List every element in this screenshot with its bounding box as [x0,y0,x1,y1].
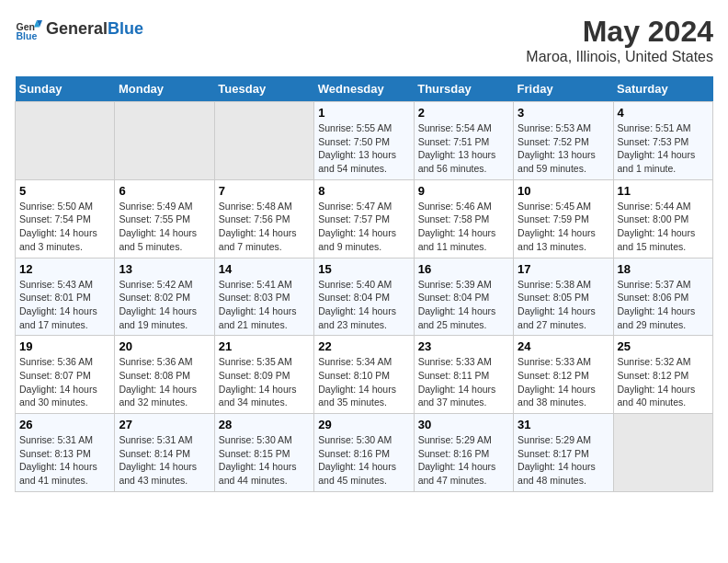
calendar-cell: 23Sunrise: 5:33 AMSunset: 8:11 PMDayligh… [414,336,513,414]
calendar-cell: 22Sunrise: 5:34 AMSunset: 8:10 PMDayligh… [314,336,414,414]
calendar-body: 1Sunrise: 5:55 AMSunset: 7:50 PMDaylight… [16,102,713,492]
day-info: Sunrise: 5:49 AMSunset: 7:55 PMDaylight:… [119,200,210,254]
day-info: Sunrise: 5:36 AMSunset: 8:08 PMDaylight:… [119,355,210,409]
day-info: Sunrise: 5:29 AMSunset: 8:16 PMDaylight:… [418,433,509,488]
day-info: Sunrise: 5:39 AMSunset: 8:04 PMDaylight:… [418,278,509,332]
day-info: Sunrise: 5:34 AMSunset: 8:10 PMDaylight:… [318,355,409,409]
day-header-thursday: Thursday [414,76,513,102]
day-info: Sunrise: 5:41 AMSunset: 8:03 PMDaylight:… [219,278,310,332]
day-info: Sunrise: 5:55 AMSunset: 7:50 PMDaylight:… [318,121,409,176]
day-info: Sunrise: 5:31 AMSunset: 8:14 PMDaylight:… [119,433,210,488]
day-info: Sunrise: 5:32 AMSunset: 8:12 PMDaylight:… [618,355,709,409]
calendar-cell: 2Sunrise: 5:54 AMSunset: 7:51 PMDaylight… [414,102,513,180]
day-info: Sunrise: 5:44 AMSunset: 8:00 PMDaylight:… [618,200,709,254]
header-row: SundayMondayTuesdayWednesdayThursdayFrid… [16,76,713,102]
day-number: 15 [318,262,409,276]
day-number: 4 [618,106,709,120]
day-info: Sunrise: 5:51 AMSunset: 7:53 PMDaylight:… [618,121,709,176]
calendar-cell: 21Sunrise: 5:35 AMSunset: 8:09 PMDayligh… [214,336,313,414]
calendar-cell: 13Sunrise: 5:42 AMSunset: 8:02 PMDayligh… [115,258,214,336]
logo: Gen Blue GeneralBlue [15,15,143,42]
day-number: 25 [618,339,709,353]
day-info: Sunrise: 5:33 AMSunset: 8:12 PMDaylight:… [518,355,609,409]
day-number: 11 [618,184,709,198]
week-row-5: 26Sunrise: 5:31 AMSunset: 8:13 PMDayligh… [16,414,713,492]
day-info: Sunrise: 5:35 AMSunset: 8:09 PMDaylight:… [219,355,310,409]
day-info: Sunrise: 5:48 AMSunset: 7:56 PMDaylight:… [219,200,310,254]
calendar-cell: 25Sunrise: 5:32 AMSunset: 8:12 PMDayligh… [613,336,712,414]
calendar-cell: 27Sunrise: 5:31 AMSunset: 8:14 PMDayligh… [115,414,214,492]
day-info: Sunrise: 5:53 AMSunset: 7:52 PMDaylight:… [518,121,609,176]
calendar-cell: 6Sunrise: 5:49 AMSunset: 7:55 PMDaylight… [115,179,214,258]
day-header-monday: Monday [115,76,214,102]
day-number: 20 [119,339,210,353]
day-number: 29 [318,418,409,431]
day-number: 30 [418,418,509,431]
day-info: Sunrise: 5:30 AMSunset: 8:16 PMDaylight:… [318,433,409,488]
calendar-cell: 20Sunrise: 5:36 AMSunset: 8:08 PMDayligh… [115,336,214,414]
day-number: 1 [318,106,409,120]
calendar-cell: 19Sunrise: 5:36 AMSunset: 8:07 PMDayligh… [16,336,115,414]
calendar-cell: 28Sunrise: 5:30 AMSunset: 8:15 PMDayligh… [214,414,313,492]
calendar-cell [16,102,115,180]
day-info: Sunrise: 5:47 AMSunset: 7:57 PMDaylight:… [318,200,409,254]
day-number: 22 [318,339,409,353]
day-info: Sunrise: 5:36 AMSunset: 8:07 PMDaylight:… [19,355,110,409]
calendar-cell: 1Sunrise: 5:55 AMSunset: 7:50 PMDaylight… [314,102,414,180]
day-info: Sunrise: 5:33 AMSunset: 8:11 PMDaylight:… [418,355,509,409]
day-number: 16 [418,262,509,276]
day-info: Sunrise: 5:37 AMSunset: 8:06 PMDaylight:… [618,278,709,332]
calendar-table: SundayMondayTuesdayWednesdayThursdayFrid… [15,76,713,492]
main-title: May 2024 [526,15,713,49]
day-number: 6 [119,184,210,198]
day-info: Sunrise: 5:50 AMSunset: 7:54 PMDaylight:… [19,200,110,254]
calendar-cell [613,414,712,492]
day-number: 7 [219,184,310,198]
day-number: 17 [518,262,609,276]
day-header-friday: Friday [514,76,613,102]
calendar-cell: 12Sunrise: 5:43 AMSunset: 8:01 PMDayligh… [16,258,115,336]
day-info: Sunrise: 5:31 AMSunset: 8:13 PMDaylight:… [19,433,110,488]
day-number: 24 [518,339,609,353]
day-info: Sunrise: 5:40 AMSunset: 8:04 PMDaylight:… [318,278,409,332]
page-header: Gen Blue GeneralBlue May 2024 Maroa, Ill… [15,15,713,65]
day-header-wednesday: Wednesday [314,76,414,102]
calendar-cell: 26Sunrise: 5:31 AMSunset: 8:13 PMDayligh… [16,414,115,492]
calendar-cell [115,102,214,180]
day-number: 23 [418,339,509,353]
day-number: 31 [518,418,609,431]
day-info: Sunrise: 5:38 AMSunset: 8:05 PMDaylight:… [518,278,609,332]
day-info: Sunrise: 5:42 AMSunset: 8:02 PMDaylight:… [119,278,210,332]
week-row-3: 12Sunrise: 5:43 AMSunset: 8:01 PMDayligh… [16,258,713,336]
day-number: 13 [119,262,210,276]
day-number: 27 [119,418,210,431]
calendar-cell: 16Sunrise: 5:39 AMSunset: 8:04 PMDayligh… [414,258,513,336]
day-header-tuesday: Tuesday [214,76,313,102]
calendar-cell: 30Sunrise: 5:29 AMSunset: 8:16 PMDayligh… [414,414,513,492]
day-number: 19 [19,339,110,353]
day-number: 28 [219,418,310,431]
calendar-cell: 10Sunrise: 5:45 AMSunset: 7:59 PMDayligh… [514,179,613,258]
week-row-2: 5Sunrise: 5:50 AMSunset: 7:54 PMDaylight… [16,179,713,258]
day-number: 12 [19,262,110,276]
calendar-cell: 4Sunrise: 5:51 AMSunset: 7:53 PMDaylight… [613,102,712,180]
calendar-cell: 29Sunrise: 5:30 AMSunset: 8:16 PMDayligh… [314,414,414,492]
day-number: 8 [318,184,409,198]
calendar-cell: 7Sunrise: 5:48 AMSunset: 7:56 PMDaylight… [214,179,313,258]
svg-text:Blue: Blue [17,30,38,41]
calendar-cell: 8Sunrise: 5:47 AMSunset: 7:57 PMDaylight… [314,179,414,258]
logo-icon: Gen Blue [15,15,42,42]
day-number: 21 [219,339,310,353]
day-info: Sunrise: 5:43 AMSunset: 8:01 PMDaylight:… [19,278,110,332]
day-number: 3 [518,106,609,120]
calendar-cell: 17Sunrise: 5:38 AMSunset: 8:05 PMDayligh… [514,258,613,336]
calendar-cell: 24Sunrise: 5:33 AMSunset: 8:12 PMDayligh… [514,336,613,414]
calendar-cell: 15Sunrise: 5:40 AMSunset: 8:04 PMDayligh… [314,258,414,336]
week-row-4: 19Sunrise: 5:36 AMSunset: 8:07 PMDayligh… [16,336,713,414]
day-header-sunday: Sunday [16,76,115,102]
calendar-cell: 31Sunrise: 5:29 AMSunset: 8:17 PMDayligh… [514,414,613,492]
day-info: Sunrise: 5:54 AMSunset: 7:51 PMDaylight:… [418,121,509,176]
day-number: 10 [518,184,609,198]
day-number: 2 [418,106,509,120]
calendar-cell: 5Sunrise: 5:50 AMSunset: 7:54 PMDaylight… [16,179,115,258]
